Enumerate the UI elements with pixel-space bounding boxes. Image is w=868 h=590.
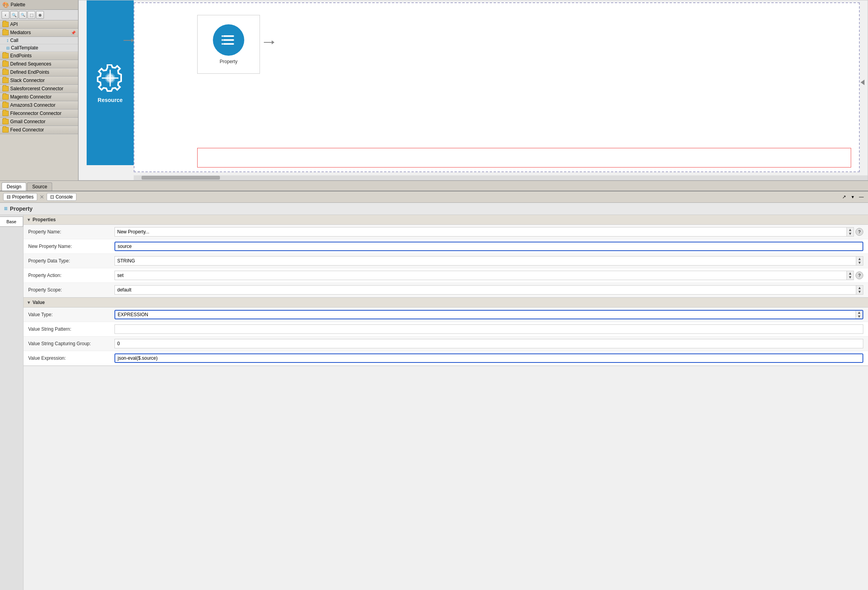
value-expression-input[interactable] (114, 353, 863, 363)
item-label: Call (10, 38, 18, 43)
property-data-type-value: STRING (117, 258, 861, 264)
palette-folder-endpoints[interactable]: EndPoints (0, 52, 78, 60)
property-action-arrow[interactable]: ▲▼ (846, 271, 853, 280)
value-string-pattern-input[interactable] (114, 324, 863, 334)
value-type-select[interactable]: EXPRESSION ▲▼ (114, 310, 863, 319)
section-toggle-icon: ▼ (27, 217, 31, 222)
folder-icon (2, 111, 9, 116)
palette-folder-label: Defined EndPoints (10, 69, 49, 75)
base-tab-button[interactable]: Base (0, 217, 23, 227)
palette-item-call[interactable]: ↕ Call (0, 37, 78, 44)
value-string-capturing-control (114, 339, 863, 348)
value-type-arrow[interactable]: ▲▼ (855, 311, 863, 319)
zoom-in-btn[interactable]: 🔍 (10, 11, 18, 19)
value-type-label: Value Type: (28, 312, 114, 317)
value-string-pattern-row: Value String Pattern: (24, 322, 868, 337)
property-data-type-arrow[interactable]: ▲▼ (856, 257, 863, 265)
svg-point-7 (222, 43, 223, 45)
palette-folder-label: EndPoints (10, 53, 32, 58)
add-btn[interactable]: ⊕ (36, 11, 44, 19)
value-type-value: EXPRESSION (118, 312, 860, 317)
base-tab-sidebar: Base (0, 215, 24, 590)
close-icon[interactable]: — (858, 193, 865, 200)
value-section: ▼ Value Value Type: EXPRESSION ▲▼ (24, 298, 868, 366)
palette-folder-fileconnector[interactable]: Fileconnector Connector (0, 109, 78, 118)
properties-section-header[interactable]: ▼ Properties (24, 215, 868, 225)
palette-folder-magento[interactable]: Magento Connector (0, 93, 78, 101)
property-scope-arrow[interactable]: ▲▼ (856, 286, 863, 294)
property-scope-value: default (117, 287, 861, 293)
bottom-section: ⊟ Properties ✕ ⊡ Console ↗ ▾ — ≡ Propert… (0, 191, 868, 590)
property-action-select[interactable]: set ▲▼ (114, 271, 854, 280)
property-name-row: Property Name: New Property... ▲▼ ? (24, 225, 868, 239)
value-expression-row: Value Expression: (24, 351, 868, 366)
palette-item-calltemplate[interactable]: ⊟ CallTemplate (0, 44, 78, 52)
property-node[interactable]: Property (197, 15, 260, 74)
value-section-title: Value (33, 300, 45, 305)
value-section-header[interactable]: ▼ Value (24, 298, 868, 308)
select-btn[interactable]: ⬚ (27, 11, 35, 19)
zoom-out-btn[interactable]: 🔍 (19, 11, 27, 19)
palette: 🎨 Palette ‹ 🔍 🔍 ⬚ ⊕ API Mediators (0, 0, 78, 180)
app-container: 🎨 Palette ‹ 🔍 🔍 ⬚ ⊕ API Mediators (0, 0, 868, 590)
dropdown-icon[interactable]: ▾ (849, 193, 856, 200)
property-name-select[interactable]: New Property... ▲▼ (114, 227, 854, 237)
value-string-pattern-control (114, 324, 863, 334)
palette-folder-label: Mediators (10, 30, 31, 35)
folder-icon (2, 86, 9, 91)
property-action-help[interactable]: ? (855, 271, 863, 279)
svg-point-6 (222, 39, 223, 41)
properties-section-title: Properties (33, 217, 56, 222)
property-data-type-row: Property Data Type: STRING ▲▼ (24, 254, 868, 268)
property-name-value: New Property... (117, 229, 851, 235)
palette-folder-feed[interactable]: Feed Connector (0, 126, 78, 134)
item-label: CallTemplate (11, 45, 38, 51)
property-name-arrow[interactable]: ▲▼ (846, 228, 853, 236)
tab-design[interactable]: Design (2, 182, 26, 191)
property-action-label: Property Action: (28, 273, 114, 278)
property-node-label: Property (220, 59, 237, 64)
palette-folder-slack-connector[interactable]: Slack Connector (0, 76, 78, 85)
property-data-type-select[interactable]: STRING ▲▼ (114, 256, 863, 266)
property-action-control: set ▲▼ ? (114, 271, 863, 280)
new-property-name-control (114, 242, 863, 251)
svg-rect-4 (223, 43, 234, 45)
palette-folder-defined-endpoints[interactable]: Defined EndPoints (0, 68, 78, 76)
palette-items: API Mediators 📌 ↕ Call ⊟ CallTemplate (0, 20, 78, 180)
value-section-toggle-icon: ▼ (27, 300, 31, 305)
folder-icon (2, 94, 9, 100)
value-string-capturing-label: Value String Capturing Group: (28, 341, 114, 346)
external-link-icon[interactable]: ↗ (841, 193, 848, 200)
props-tab-console[interactable]: ⊡ Console (47, 193, 76, 201)
palette-folder-salesforcerest[interactable]: Salesforcerest Connector (0, 85, 78, 93)
property-scope-select[interactable]: default ▲▼ (114, 285, 863, 295)
tab-source[interactable]: Source (27, 182, 52, 191)
canvas-scrollbar-thumb[interactable] (142, 176, 220, 180)
palette-folder-gmail[interactable]: Gmail Connector (0, 118, 78, 126)
property-name-help[interactable]: ? (855, 228, 863, 236)
select-arrows-icon: ▲▼ (848, 271, 852, 279)
palette-folder-api[interactable]: API (0, 20, 78, 29)
back-btn[interactable]: ‹ (2, 11, 9, 19)
palette-folder-defined-sequences[interactable]: Defined Sequences (0, 60, 78, 68)
props-toolbar-right: ↗ ▾ — (841, 193, 865, 200)
property-title-text: Property (10, 206, 33, 212)
new-property-name-input[interactable] (114, 242, 863, 251)
folder-icon (2, 22, 9, 27)
value-string-capturing-input[interactable] (114, 339, 863, 348)
properties-section: ▼ Properties Property Name: New Property… (24, 215, 868, 298)
canvas-scrollbar[interactable] (134, 175, 868, 180)
property-title-bar: ≡ Property (0, 203, 868, 215)
folder-icon (2, 127, 9, 133)
select-arrows-icon: ▲▼ (848, 228, 852, 236)
palette-folder-amazons3[interactable]: Amazons3 Connector (0, 101, 78, 109)
palette-folder-mediators[interactable]: Mediators 📌 (0, 29, 78, 37)
top-section: 🎨 Palette ‹ 🔍 🔍 ⬚ ⊕ API Mediators (0, 0, 868, 180)
value-type-control: EXPRESSION ▲▼ (114, 310, 863, 319)
props-tab-properties[interactable]: ⊟ Properties (3, 193, 37, 201)
folder-icon (2, 53, 9, 58)
property-data-type-label: Property Data Type: (28, 258, 114, 264)
canvas-area[interactable]: Resource (78, 0, 868, 180)
collapse-arrow-right[interactable] (861, 80, 864, 85)
property-scope-control: default ▲▼ (114, 285, 863, 295)
